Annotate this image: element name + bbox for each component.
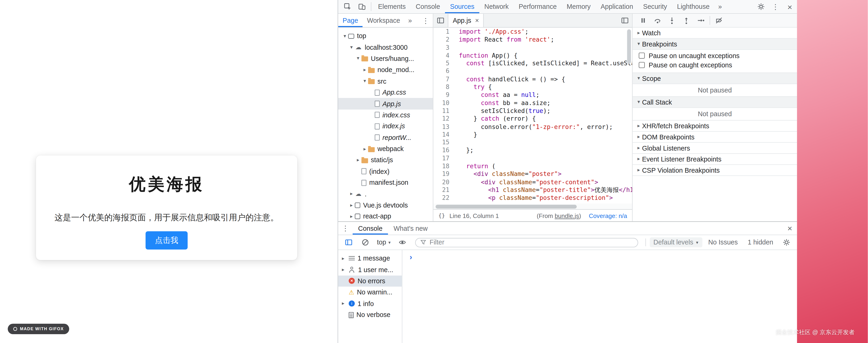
caret-right-icon[interactable]: ▸ — [348, 191, 355, 196]
section-xhr-fetch-breakpoints[interactable]: ▸XHR/fetch Breakpoints — [632, 120, 797, 132]
line-number[interactable]: 7 — [433, 76, 453, 84]
tab-performance[interactable]: Performance — [514, 0, 562, 13]
scope-section-header[interactable]: ▾ Scope — [632, 72, 797, 84]
call-stack-section-header[interactable]: ▾ Call Stack — [632, 96, 797, 108]
watch-section-header[interactable]: ▸ Watch — [632, 27, 797, 39]
close-tab-icon[interactable]: × — [475, 17, 479, 24]
console-filter-1-message[interactable]: ▸1 message — [338, 253, 402, 264]
code-area[interactable]: 1import './App.css';2import React from '… — [433, 28, 632, 204]
step-over-icon[interactable] — [650, 14, 665, 27]
tab-elements[interactable]: Elements — [373, 0, 411, 13]
caret-right-icon[interactable]: ▸ — [355, 158, 362, 163]
checkbox[interactable] — [639, 62, 645, 68]
file-tab-app-js[interactable]: App.js × — [448, 14, 484, 27]
tree-item-index[interactable]: (index) — [338, 166, 433, 177]
tab-security[interactable]: Security — [638, 0, 672, 13]
section-csp-violation-breakpoints[interactable]: ▸CSP Violation Breakpoints — [632, 164, 797, 176]
line-number[interactable]: 2 — [433, 36, 453, 44]
tree-item-localhost-3000[interactable]: ▾☁localhost:3000 — [338, 42, 433, 53]
deactivate-breakpoints-icon[interactable] — [712, 14, 726, 27]
caret-down-icon[interactable]: ▾ — [355, 56, 362, 61]
breakpoint-option-pause-on-caught-exceptions[interactable]: Pause on caught exceptions — [632, 60, 797, 70]
clear-console-icon[interactable] — [358, 235, 373, 250]
tab-console[interactable]: Console — [411, 0, 445, 13]
line-number[interactable]: 8 — [433, 84, 453, 92]
line-number[interactable]: 21 — [433, 186, 453, 194]
caret-right-icon[interactable]: ▸ — [362, 147, 368, 151]
caret-right-icon[interactable]: ▸ — [340, 301, 346, 306]
tree-item-react-app[interactable]: ▸react-app — [338, 211, 433, 221]
section-global-listeners[interactable]: ▸Global Listeners — [632, 142, 797, 154]
line-number[interactable]: 15 — [433, 139, 453, 147]
line-number[interactable]: 5 — [433, 60, 453, 68]
console-settings-gear-icon[interactable] — [779, 235, 794, 250]
live-expression-eye-icon[interactable] — [395, 235, 409, 250]
log-levels-dropdown[interactable]: Default levels ▾ — [650, 237, 702, 247]
line-number[interactable]: 1 — [433, 28, 453, 36]
tab-sources[interactable]: Sources — [445, 0, 479, 13]
navigator-more-options-icon[interactable]: ⋮ — [418, 14, 433, 27]
tab-application[interactable]: Application — [595, 0, 638, 13]
line-number[interactable]: 18 — [433, 163, 453, 170]
step-into-icon[interactable] — [665, 14, 679, 27]
navigator-tab-page[interactable]: Page — [338, 14, 363, 27]
console-filter-1-user-me[interactable]: ▸1 user me... — [338, 264, 402, 276]
vertical-scrollbar[interactable] — [627, 29, 631, 64]
bundle-js-link[interactable]: bundle.js — [555, 212, 579, 219]
line-number[interactable]: 9 — [433, 92, 453, 99]
coverage-link[interactable]: Coverage: n/a — [589, 212, 627, 219]
tab-network[interactable]: Network — [479, 0, 514, 13]
tree-item-node-mod[interactable]: ▸node_mod... — [338, 64, 433, 76]
caret-right-icon[interactable]: ▸ — [362, 67, 368, 72]
console-filter-no-warnin[interactable]: ⚠No warnin... — [338, 287, 402, 298]
tree-item-src[interactable]: ▾src — [338, 75, 433, 87]
filter-input[interactable] — [430, 239, 633, 246]
tab-lighthouse[interactable]: Lighthouse — [672, 0, 715, 13]
tab-memory[interactable]: Memory — [562, 0, 595, 13]
hidden-messages-count[interactable]: 1 hidden — [748, 239, 773, 246]
section-event-listener-breakpoints[interactable]: ▸Event Listener Breakpoints — [632, 153, 797, 165]
more-options-icon[interactable]: ⋮ — [768, 0, 783, 13]
tree-item-app-css[interactable]: App.css — [338, 87, 433, 98]
caret-right-icon[interactable]: ▸ — [340, 256, 346, 261]
settings-gear-icon[interactable] — [754, 0, 768, 13]
caret-down-icon[interactable]: ▾ — [348, 45, 355, 50]
tree-item-top[interactable]: ▾top — [338, 30, 433, 42]
line-number[interactable]: 10 — [433, 99, 453, 107]
drawer-tab-console[interactable]: Console — [353, 222, 388, 235]
pretty-print-icon[interactable]: {} — [438, 212, 445, 218]
execution-context-selector[interactable]: top ▾ — [375, 239, 393, 246]
line-number[interactable]: 12 — [433, 115, 453, 123]
toggle-debugger-sidebar-icon[interactable] — [618, 14, 632, 27]
horizontal-scrollbar[interactable] — [433, 204, 632, 209]
caret-right-icon[interactable]: ▸ — [340, 267, 346, 272]
tree-item-index-js[interactable]: index.js — [338, 121, 433, 132]
console-filter-no-verbose[interactable]: No verbose — [338, 309, 402, 321]
console-messages-area[interactable]: › — [402, 250, 797, 343]
toggle-console-sidebar-icon[interactable] — [341, 235, 356, 250]
console-filter-no-errors[interactable]: ×No errors — [338, 275, 402, 287]
caret-right-icon[interactable]: ▸ — [348, 203, 355, 208]
line-number[interactable]: 19 — [433, 170, 453, 179]
drawer-tab-what-s-new[interactable]: What's new — [388, 222, 433, 235]
line-number[interactable]: 17 — [433, 155, 453, 163]
device-toolbar-icon[interactable] — [355, 0, 369, 13]
more-navigator-tabs-icon[interactable]: » — [404, 14, 415, 27]
more-panels-icon[interactable]: » — [715, 0, 726, 13]
poster-button[interactable]: 点击我 — [146, 231, 188, 250]
tree-item-reportw[interactable]: reportW... — [338, 132, 433, 144]
step-icon[interactable] — [693, 14, 708, 27]
section-dom-breakpoints[interactable]: ▸DOM Breakpoints — [632, 131, 797, 143]
drawer-more-options-icon[interactable]: ⋮ — [338, 222, 353, 235]
line-number[interactable]: 22 — [433, 194, 453, 202]
navigator-tab-workspace[interactable]: Workspace — [363, 14, 405, 27]
line-number[interactable]: 3 — [433, 44, 453, 52]
pause-script-icon[interactable] — [636, 14, 650, 27]
tree-item-webpack[interactable]: ▸webpack — [338, 143, 433, 155]
tree-item-manifest-json[interactable]: manifest.json — [338, 177, 433, 188]
tree-item-app-js[interactable]: App.js — [338, 98, 433, 110]
breakpoints-section-header[interactable]: ▾ Breakpoints — [632, 38, 797, 50]
line-number[interactable]: 6 — [433, 68, 453, 76]
tree-item-item[interactable]: ▸☁. — [338, 188, 433, 200]
console-filter-1-info[interactable]: ▸i1 info — [338, 298, 402, 309]
